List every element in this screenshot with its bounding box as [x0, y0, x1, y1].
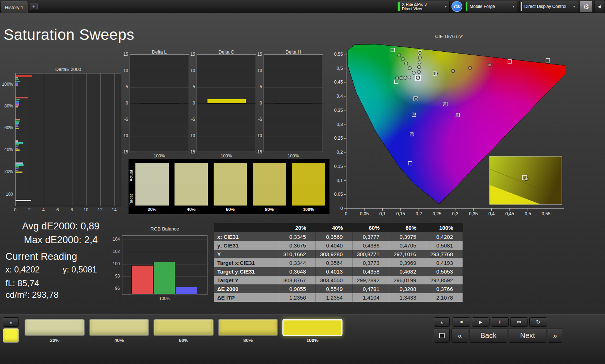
pattern-level-100%-button[interactable]	[282, 319, 343, 336]
table-cell: 1,2356	[279, 293, 316, 302]
swatch-actual	[175, 163, 208, 184]
table-cell: 0,4705	[389, 241, 426, 250]
swatch-label: 100%	[292, 207, 325, 212]
table-cell: 0,3564	[316, 258, 353, 267]
settings-button[interactable]: ⚙	[580, 1, 593, 12]
de-bar	[16, 126, 18, 127]
measured-circle	[419, 51, 422, 55]
measured-circle	[408, 76, 411, 79]
chart-title: Delta L	[130, 49, 189, 55]
de-bar	[16, 120, 20, 122]
svg-text:0,3: 0,3	[337, 122, 343, 127]
measured-circle	[404, 76, 407, 79]
rgb-balance-chart	[122, 235, 207, 295]
first-page-button[interactable]: «	[451, 328, 468, 343]
swatch-actual	[292, 163, 325, 184]
svg-text:0,15: 0,15	[396, 211, 405, 216]
rgb-y-axis: 1041021009896	[109, 235, 121, 295]
row-label: Y	[214, 250, 279, 258]
delta-l-chart: Delta L 151050-5-10-15 100%	[130, 49, 189, 158]
pattern-level-60%-button[interactable]	[154, 319, 214, 336]
table-row: y: CIE310,36750,40400,43860,47050,5081	[214, 241, 463, 250]
table-cell: 0,5081	[426, 241, 463, 250]
de-bar	[16, 166, 19, 168]
de-bar	[16, 162, 23, 164]
meter-controls-up-button[interactable]: ▲	[434, 317, 450, 327]
play-button[interactable]: ▶	[472, 317, 490, 327]
measured-circle	[417, 70, 420, 73]
measured-circle	[414, 97, 417, 101]
double-chevron-left-icon: «	[458, 331, 462, 340]
calman-saturation-sweeps-page: History 1 + X-Rite i1Pro 3 Direct View ▼…	[0, 0, 605, 364]
svg-text:0,5: 0,5	[337, 66, 343, 71]
meter-mode: Direct View	[402, 7, 442, 11]
refresh-button[interactable]: ↻	[529, 317, 547, 327]
table-cell: 299,2892	[352, 276, 389, 284]
meter-status-indicator	[398, 2, 400, 11]
window-icon	[439, 333, 445, 338]
swatch-label: 40%	[175, 207, 208, 212]
table-cell: 1,3433	[389, 293, 426, 302]
back-button[interactable]: Back	[470, 328, 507, 343]
swatch-actual	[253, 163, 286, 184]
pattern-level-20%-button[interactable]	[25, 319, 85, 336]
measured-circle	[488, 63, 491, 67]
svg-text:0: 0	[345, 211, 348, 216]
swatch-60%	[214, 163, 247, 206]
measured-circle	[434, 72, 437, 75]
collapse-panel-button[interactable]: ◀	[594, 1, 604, 12]
table-header	[214, 223, 279, 232]
bottom-control-bar: ▲ 20%40%60%80%100% ▲ ■ ▶ Ⅱ ∞ ↻ « Back	[0, 314, 605, 364]
delta-c-chart: Delta C 151050-5-10-15 100%	[197, 49, 256, 158]
de-bar	[16, 142, 23, 144]
de-bar	[16, 148, 18, 149]
chevron-down-icon: ▼	[573, 5, 576, 8]
deltae2000-chart-title: DeltaE 2000	[15, 67, 121, 72]
table-cell: 0,9855	[279, 284, 316, 293]
table-cell: 293,7768	[426, 250, 463, 258]
swatch-actual	[214, 163, 247, 184]
svg-text:0,15: 0,15	[334, 164, 343, 169]
de-bar	[16, 149, 20, 151]
swatch-actual	[135, 163, 169, 184]
tab-history-1[interactable]: History 1	[1, 1, 28, 13]
de-bar	[16, 200, 31, 201]
delta-bar	[207, 99, 246, 104]
plot-area	[130, 54, 189, 152]
table-cell: 0,3766	[426, 284, 463, 293]
meter-count-badge[interactable]: 710	[451, 1, 462, 12]
table-cell: 292,8592	[426, 276, 463, 284]
pattern-level-40%-button[interactable]	[89, 319, 149, 336]
svg-text:0,4: 0,4	[488, 211, 495, 216]
last-page-button[interactable]: »	[548, 328, 562, 343]
source-dropdown[interactable]: Mobile Forge ▼	[465, 1, 517, 12]
current-reading-heading: Current Reading	[5, 251, 77, 262]
de-bar	[16, 124, 18, 126]
table-cell: 0,4386	[352, 241, 389, 250]
pattern-level-80%-button[interactable]	[218, 319, 278, 336]
up-arrow-icon: ▲	[440, 320, 444, 324]
table-cell: 0,3969	[389, 258, 426, 267]
de-bar	[16, 99, 20, 100]
y-axis-labels: 151050-5-10-15	[251, 54, 262, 152]
y-axis-labels: 151050-5-10-15	[184, 54, 195, 152]
plot-area	[264, 54, 323, 152]
plot-area	[197, 54, 256, 152]
actual-target-swatch-panel: Actual Target 20%40%60%80%100%	[129, 159, 329, 214]
pause-button[interactable]: Ⅱ	[491, 317, 509, 327]
pattern-window-button[interactable]	[434, 328, 450, 343]
table-cell: 0,4682	[389, 267, 426, 276]
continuous-measure-button[interactable]: ∞	[510, 317, 528, 327]
table-row: Y310,1662303,9280300,8771297,1016293,776…	[214, 250, 463, 258]
table-header: 20%	[279, 223, 316, 232]
svg-text:0,05: 0,05	[360, 211, 369, 216]
display-control-dropdown[interactable]: Direct Display Control ▼	[519, 1, 578, 12]
current-reading-xy: x: 0,4202y: 0,5081	[5, 265, 97, 275]
top-bar: History 1 + X-Rite i1Pro 3 Direct View ▼…	[0, 0, 605, 13]
meter-dropdown[interactable]: X-Rite i1Pro 3 Direct View ▼	[397, 1, 450, 12]
add-tab-button[interactable]: +	[30, 3, 38, 10]
double-chevron-right-icon: »	[553, 331, 557, 340]
table-header: 40%	[316, 223, 353, 232]
stop-button[interactable]: ■	[453, 317, 470, 327]
next-button[interactable]: Next	[509, 328, 546, 343]
